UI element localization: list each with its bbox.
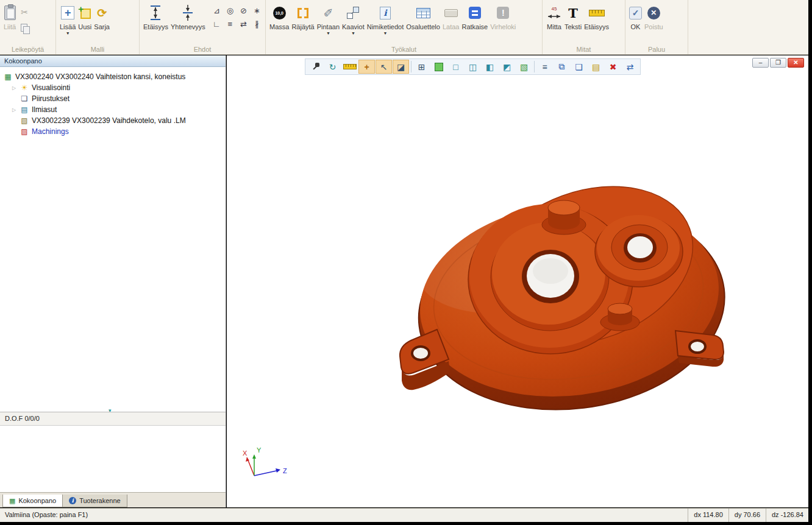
model-3d[interactable]: X Y Z <box>227 55 808 507</box>
angle-constraint-icon[interactable]: ⊿ <box>210 4 223 17</box>
scissors-icon: ✂ <box>21 7 28 17</box>
parts-list-button[interactable]: Osaluettelo <box>405 3 441 31</box>
expander-icon[interactable]: ▷ <box>12 107 17 113</box>
load-icon <box>444 9 458 17</box>
tree-item-instances[interactable]: ▷ ▤ Ilmiasut <box>0 104 226 115</box>
add-dropdown-arrow[interactable]: ▼ <box>66 32 70 35</box>
half-section-view-icon[interactable]: ◧ <box>482 60 498 74</box>
maximize-button[interactable]: ❐ <box>770 58 786 68</box>
tree-item-part[interactable]: ▧ VX3002239 VX3002239 Vaihdekotelo, valu… <box>0 115 226 126</box>
snap-edge-icon[interactable]: ↖ <box>376 60 392 74</box>
explode-button[interactable]: Räjäytä <box>290 3 315 31</box>
diagrams-icon <box>346 6 360 19</box>
shaded-view-icon[interactable] <box>430 60 447 74</box>
status-dy: dy 70.66 <box>728 509 766 522</box>
dof-label: D.O.F 0/0/0 <box>5 415 40 422</box>
snap-face-icon[interactable]: ◪ <box>393 60 409 74</box>
text-icon: T <box>568 7 578 19</box>
new-component-button[interactable]: + Uusi <box>77 3 93 31</box>
tab-product-structure[interactable]: i Tuoterakenne <box>63 495 127 507</box>
add-component-button[interactable]: + Lisää ▼ <box>59 3 77 35</box>
explode-icon <box>297 8 308 18</box>
ribbon-group-model: + Lisää ▼ + Uusi ⟳ Sarja Malli <box>56 0 140 54</box>
ok-button[interactable]: ✓ OK <box>628 3 643 31</box>
distance-constraint-button[interactable]: Etäisyys <box>142 3 169 31</box>
pin-icon[interactable] <box>307 60 324 74</box>
item-info-icon: i <box>380 7 391 19</box>
window-controls: – ❐ ✕ <box>752 58 804 68</box>
to-surface-dropdown-arrow[interactable]: ▼ <box>326 32 330 35</box>
measure-icon: 45 <box>546 5 562 21</box>
diagrams-dropdown-arrow[interactable]: ▼ <box>351 32 355 35</box>
wireframe-view-icon[interactable]: □ <box>447 60 464 74</box>
close-button[interactable]: ✕ <box>788 58 804 68</box>
tree-root-item[interactable]: ▦ VX3002240 VX3002240 Vaihteiston kansi,… <box>0 71 226 82</box>
tangent-constraint-icon[interactable]: ⊘ <box>237 4 250 17</box>
model-upper-boss <box>595 215 683 287</box>
solve-label: Ratkaise <box>461 23 488 30</box>
new-sheet-icon[interactable]: ❏ <box>571 60 587 74</box>
copy-icon <box>21 24 29 33</box>
update-view-icon[interactable]: ⇄ <box>622 60 638 74</box>
error-log-button[interactable]: ! Virheloki <box>489 3 517 31</box>
distance-dimension-button[interactable]: Etäisyys <box>583 3 610 31</box>
concentric-constraint-icon[interactable]: ◎ <box>224 4 237 17</box>
symmetry-constraint-icon[interactable]: ∗ <box>251 4 263 17</box>
model-top-post <box>542 200 586 234</box>
normal-view-icon[interactable]: ▧ <box>516 60 532 74</box>
feature-list-icon[interactable]: ≡ <box>536 60 553 74</box>
cut-button[interactable]: ✂ <box>17 4 32 20</box>
group-title-return: Paluu <box>625 46 688 53</box>
model-viewport[interactable]: X Y Z ↻ + ↖ ◪ ⊞ □ ◫ ◧ ◩ ▧ ≡ ⧉ ❏ ▤ ✖ <box>227 55 808 507</box>
instances-icon: ▤ <box>20 106 29 113</box>
perpendicular-constraint-icon[interactable]: ∟ <box>210 18 223 30</box>
assembly-panel: Kokoonpano ▦ VX3002240 VX3002240 Vaihtei… <box>0 55 226 507</box>
mass-button[interactable]: 10,0 Massa <box>268 3 290 31</box>
load-button[interactable]: Lataa <box>441 3 461 31</box>
tab-assembly[interactable]: ▦ Kokoonpano <box>2 495 63 507</box>
series-button[interactable]: ⟳ Sarja <box>93 3 111 31</box>
iso-view-icon[interactable]: ◩ <box>499 60 515 74</box>
item-info-dropdown-arrow[interactable]: ▼ <box>383 32 388 35</box>
copy-button[interactable] <box>17 20 32 36</box>
ribbon-filler <box>688 0 808 54</box>
paste-button[interactable]: Liitä <box>2 3 17 31</box>
ruler-icon[interactable] <box>341 60 358 74</box>
parallel-constraint-icon[interactable]: ≡ <box>224 18 237 30</box>
minimize-button[interactable]: – <box>752 58 769 68</box>
expander-icon[interactable]: ▷ <box>12 85 17 91</box>
item-info-button[interactable]: i Nimiketiedot ▼ <box>366 3 405 35</box>
solve-button[interactable]: Ratkaise <box>460 3 489 31</box>
drawings-label: Piirustukset <box>32 94 69 103</box>
exit-button[interactable]: ✕ Poistu <box>643 3 664 31</box>
part-icon: ▧ <box>20 117 29 124</box>
tree-item-machinings[interactable]: ▨ Machinings <box>0 126 226 137</box>
layers-icon[interactable]: ⧉ <box>554 60 570 74</box>
text-button[interactable]: T Teksti <box>563 3 583 31</box>
svg-text:45: 45 <box>552 6 557 12</box>
close-icon: ✕ <box>793 60 798 66</box>
pick-part-icon[interactable]: ⊞ <box>413 60 430 74</box>
toolbar-separator <box>411 61 411 72</box>
opposite-constraint-icon[interactable]: ⇄ <box>237 18 250 30</box>
visualization-icon: ☀ <box>20 84 29 91</box>
series-icon: ⟳ <box>97 7 107 19</box>
distance-constraint-icon <box>149 4 162 21</box>
measure-button[interactable]: 45 Mitta <box>545 3 563 31</box>
tree-item-drawings[interactable]: ❏ Piirustukset <box>0 93 226 104</box>
status-bar: Valmiina (Opaste: paina F1) dx 114.80 dy… <box>0 508 808 522</box>
coincidence-constraint-button[interactable]: Yhtenevyys <box>169 3 207 31</box>
diagrams-button[interactable]: Kaaviot ▼ <box>341 3 366 35</box>
maximize-icon: ❐ <box>775 60 781 66</box>
antiparallel-constraint-icon[interactable]: ∦ <box>251 18 263 30</box>
to-surface-button[interactable]: ✐ Pintaan ▼ <box>316 3 341 35</box>
distance-constraint-label: Etäisyys <box>143 23 168 30</box>
snap-point-icon[interactable]: + <box>358 60 375 74</box>
print-icon[interactable]: ▤ <box>588 60 604 74</box>
delete-view-icon[interactable]: ✖ <box>605 60 621 74</box>
toolbar-separator <box>534 61 535 72</box>
parts-list-icon <box>416 8 430 18</box>
tree-item-visualization[interactable]: ▷ ☀ Visualisointi <box>0 82 226 93</box>
rotate-measure-icon[interactable]: ↻ <box>324 60 341 74</box>
hidden-line-view-icon[interactable]: ◫ <box>465 60 481 74</box>
